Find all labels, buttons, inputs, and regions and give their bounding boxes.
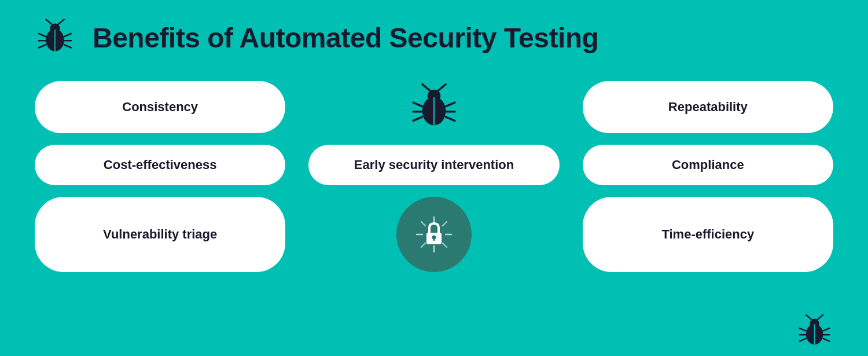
page: Benefits of Automated Security Testing C… (0, 0, 868, 356)
svg-line-6 (39, 45, 46, 47)
bug-center-icon (408, 81, 460, 133)
svg-line-2 (46, 20, 52, 25)
svg-line-26 (421, 222, 425, 226)
svg-line-3 (58, 20, 64, 25)
bug-top-left-icon (35, 17, 75, 58)
svg-line-9 (64, 45, 71, 47)
svg-line-13 (422, 85, 431, 91)
lock-circle-wrapper (308, 197, 559, 272)
svg-line-42 (823, 339, 829, 342)
svg-line-27 (443, 243, 447, 247)
lock-icon (414, 214, 454, 255)
lock-circle (396, 197, 472, 272)
time-efficiency-pill: Time-efficiency (583, 197, 833, 272)
consistency-pill: Consistency (35, 81, 285, 133)
bug-bottom-right-icon (796, 313, 833, 350)
vulnerability-triage-pill: Vulnerability triage (35, 197, 285, 272)
consistency-label: Consistency (122, 100, 198, 115)
svg-line-17 (413, 117, 422, 121)
time-efficiency-label: Time-efficiency (661, 227, 754, 242)
svg-line-36 (817, 315, 823, 320)
svg-line-20 (446, 117, 455, 121)
svg-line-37 (800, 328, 806, 331)
compliance-label: Compliance (672, 157, 744, 173)
svg-line-18 (446, 102, 455, 107)
svg-line-28 (443, 222, 447, 226)
cost-effectiveness-pill: Cost-effectiveness (35, 145, 285, 185)
repeatability-pill: Repeatability (583, 81, 833, 133)
svg-line-39 (800, 339, 806, 342)
early-security-pill: Early security intervention (308, 145, 559, 185)
svg-rect-32 (433, 238, 435, 241)
center-bug-wrapper (308, 81, 559, 133)
svg-line-40 (823, 328, 829, 331)
early-security-label: Early security intervention (354, 157, 514, 173)
svg-line-4 (39, 34, 46, 36)
vulnerability-triage-label: Vulnerability triage (103, 227, 217, 242)
compliance-pill: Compliance (583, 145, 833, 185)
svg-line-35 (806, 315, 812, 320)
benefits-grid: Consistency Repeatability C (35, 81, 833, 272)
page-title: Benefits of Automated Security Testing (93, 22, 598, 54)
svg-line-29 (421, 243, 425, 247)
repeatability-label: Repeatability (668, 100, 748, 115)
cost-effectiveness-label: Cost-effectiveness (104, 157, 217, 173)
svg-line-15 (413, 102, 422, 107)
svg-line-7 (64, 34, 71, 36)
svg-line-14 (438, 85, 446, 91)
header: Benefits of Automated Security Testing (35, 17, 833, 58)
